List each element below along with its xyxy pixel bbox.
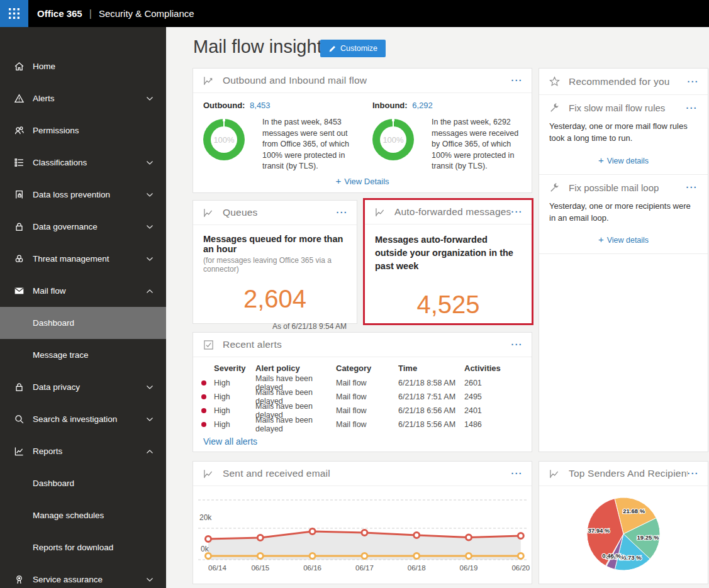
severity-dot (201, 422, 206, 427)
card-header: Recommended for you ··· (539, 69, 708, 95)
more-options-button[interactable]: ··· (688, 469, 700, 479)
sidebar-item-reports-for-download[interactable]: Reports for download (0, 531, 166, 563)
card-title: Auto-forwarded messages (394, 206, 511, 218)
sidebar-item-reports-dashboard[interactable]: Dashboard (0, 467, 166, 499)
sidebar-item-data-privacy[interactable]: Data privacy (0, 371, 166, 403)
more-options-button[interactable]: ··· (511, 207, 523, 217)
sidebar-item-label: Dashboard (33, 318, 154, 328)
col-alert-policy: Alert policy (255, 363, 336, 373)
view-all-alerts-link[interactable]: View all alerts (203, 436, 532, 447)
sidebar-item-manage-schedules[interactable]: Manage schedules (0, 499, 166, 531)
svg-text:0.46 %: 0.46 % (602, 552, 621, 559)
cell-activities: 2401 (464, 406, 532, 415)
sidebar-nav: Home Alerts Permissions Classifications … (0, 27, 166, 588)
sidebar-item-home[interactable]: Home (0, 50, 166, 82)
top-senders-pie-chart: 21.68 %19.25 %16.73 %3.94 %0.46 %37.94 % (539, 486, 708, 584)
card-title: Outbound and Inbound mail flow (223, 75, 511, 86)
sidebar-item-alerts[interactable]: Alerts (0, 82, 166, 114)
severity-dot (201, 380, 206, 386)
recommended-panel: Recommended for you ··· Fix slow mail fl… (539, 68, 708, 452)
cell-time: 6/21/18 8:58 AM (398, 379, 464, 387)
more-options-button[interactable]: ··· (688, 77, 700, 87)
queues-heading: Messages queued for more than an hour (203, 234, 347, 254)
home-icon (14, 61, 25, 72)
line-chart-icon (203, 75, 214, 86)
inbound-percent: 100% (372, 119, 414, 160)
sidebar-item-classifications[interactable]: Classifications (0, 147, 166, 179)
col-activities: Activities (464, 363, 532, 373)
more-options-button[interactable]: ··· (511, 340, 523, 350)
customize-button[interactable]: Customize (320, 40, 386, 57)
svg-text:19.25 %: 19.25 % (637, 534, 659, 541)
col-category: Category (336, 363, 398, 373)
inbound-section: Inbound: 6,292 100% In the past week, 62… (362, 101, 532, 172)
recommendation-fix-mail-loop: Fix possible mail loop ··· Yesterday, on… (539, 175, 708, 255)
card-header: Top Senders And Recipients ··· (539, 462, 708, 486)
sidebar-item-threat-management[interactable]: Threat management (0, 243, 166, 275)
table-row: High Mails have been delayed Mail flow 6… (193, 404, 532, 418)
brand-office365[interactable]: Office 365 (37, 8, 82, 19)
sidebar-item-label: Reports (33, 447, 146, 456)
outbound-value-link[interactable]: 8,453 (250, 101, 271, 110)
mail-icon (14, 286, 25, 296)
app-launcher-button[interactable] (0, 0, 28, 27)
app-title: Security & Compliance (99, 8, 194, 19)
line-chart-icon (549, 469, 560, 479)
waffle-icon (9, 8, 20, 19)
inbound-value-link[interactable]: 6,292 (412, 101, 433, 110)
sidebar-item-label: Mail flow (33, 286, 146, 296)
card-title: Recent alerts (223, 339, 511, 350)
sidebar-item-permissions[interactable]: Permissions (0, 114, 166, 147)
more-options-button[interactable]: ··· (511, 469, 523, 479)
view-details-link[interactable]: +View Details (193, 175, 532, 186)
recommendation-title: Fix slow mail flow rules (569, 103, 686, 113)
chevron-up-icon (146, 289, 154, 294)
more-options-button[interactable]: ··· (511, 75, 523, 86)
svg-text:06/17: 06/17 (355, 564, 374, 572)
sidebar-item-reports[interactable]: Reports (0, 435, 166, 467)
sidebar-item-mailflow-dashboard[interactable]: Dashboard (0, 307, 166, 339)
svg-text:06/19: 06/19 (460, 564, 478, 572)
cell-activities: 1486 (464, 420, 532, 429)
table-row: High Mails have been delayed Mail flow 6… (193, 376, 532, 390)
view-details-link[interactable]: +View details (549, 155, 698, 165)
sidebar-item-mail-flow[interactable]: Mail flow (0, 275, 166, 307)
chevron-down-icon (146, 160, 154, 165)
sidebar-item-label: Data loss prevention (33, 190, 146, 199)
more-options-button[interactable]: ··· (686, 103, 698, 113)
more-options-button[interactable]: ··· (337, 208, 349, 218)
sidebar-item-data-governance[interactable]: Data governance (0, 211, 166, 243)
view-details-link[interactable]: +View details (549, 234, 698, 245)
col-severity: Severity (214, 363, 255, 373)
chevron-down-icon (146, 225, 154, 230)
sidebar-item-service-assurance[interactable]: Service assurance (0, 563, 166, 588)
chevron-up-icon (146, 449, 154, 454)
queues-asof: As of 6/21/18 9:54 AM (203, 322, 347, 331)
outbound-section: Outbound: 8,453 100% In the past week, 8… (193, 101, 362, 172)
sidebar-item-label: Service assurance (33, 575, 146, 584)
sidebar-item-data-loss-prevention[interactable]: Data loss prevention (0, 179, 166, 211)
line-chart-icon (203, 208, 214, 218)
sidebar-item-message-trace[interactable]: Message trace (0, 339, 166, 371)
outbound-inbound-card: Outbound and Inbound mail flow ··· Outbo… (193, 68, 532, 193)
sidebar-item-label: Manage schedules (33, 511, 154, 520)
svg-text:06/20: 06/20 (511, 564, 530, 572)
recommendation-title: Fix possible mail loop (569, 182, 686, 193)
top-senders-card: Top Senders And Recipients ··· 21.68 %19… (539, 461, 708, 584)
people-icon (14, 125, 25, 136)
outbound-description: In the past week, 8453 messages were sen… (262, 117, 359, 172)
svg-text:20k: 20k (199, 513, 212, 522)
inbound-label: Inbound: (372, 101, 408, 110)
chevron-down-icon (146, 192, 154, 197)
auto-forwarded-card: Auto-forwarded messages ··· Messages aut… (363, 198, 533, 325)
lock-icon (14, 221, 25, 232)
card-header: Recent alerts ··· (193, 333, 532, 357)
sidebar-item-search-investigation[interactable]: Search & investigation (0, 403, 166, 435)
more-options-button[interactable]: ··· (686, 182, 698, 192)
wrench-icon (549, 103, 560, 113)
cell-activities: 2601 (464, 379, 532, 387)
sidebar-item-label: Message trace (33, 350, 154, 360)
star-icon (549, 76, 560, 87)
card-title: Sent and received email (223, 468, 511, 479)
card-header: Auto-forwarded messages ··· (365, 200, 532, 225)
